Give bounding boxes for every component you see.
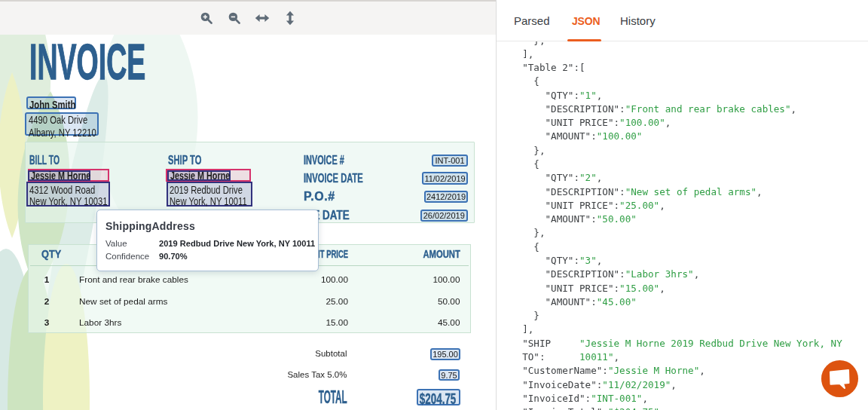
entity-box-shipping-address[interactable]: 2019 Redbud Drive New York, NY 10011 xyxy=(167,182,252,207)
json-token: "New set of pedal arms" xyxy=(625,186,756,197)
entity-box-total[interactable]: $204.75 xyxy=(417,389,460,405)
entity-box-invoice-date[interactable]: 11/02/2019 xyxy=(422,172,468,185)
table-header-qty: QTY xyxy=(41,249,61,259)
json-token: , xyxy=(659,406,665,410)
json-token: "DESCRIPTION": xyxy=(511,186,625,197)
tab-parsed[interactable]: Parsed xyxy=(514,14,550,27)
due-date-value: 26/02/2019 xyxy=(423,211,465,220)
json-token: "45.00" xyxy=(597,296,637,308)
json-token: "11/02/2019" xyxy=(602,379,671,390)
row-amount: 45.00 xyxy=(438,317,460,328)
entity-box-po-number[interactable]: 2412/2019 xyxy=(424,191,468,203)
meta-label-invoice-date: INVOICE DATE xyxy=(304,171,363,186)
invoice-title: INVOICE xyxy=(29,35,145,88)
json-token: , xyxy=(665,117,671,128)
entity-box-subtotal[interactable]: 195.00 xyxy=(430,348,460,360)
json-token: "1" xyxy=(579,90,597,101)
json-token: "QTY": xyxy=(511,255,579,266)
entity-box-billing-address[interactable]: 4312 Wood Road New York, NY 10031 xyxy=(26,182,110,207)
row-amount: 100.00 xyxy=(432,274,460,285)
tooltip-confidence-label: Confidence xyxy=(105,252,149,261)
json-token: "15.00" xyxy=(619,283,659,294)
row-description: New set of pedal arms xyxy=(79,296,167,307)
json-token: "QTY": xyxy=(511,172,579,183)
entity-box-customer-name[interactable]: John Smith xyxy=(26,96,76,109)
table-header-amount: AMOUNT xyxy=(423,249,460,259)
invoice-document: INVOICE John Smith 4490 Oak Drive Albany… xyxy=(0,35,496,410)
json-token: "AMOUNT": xyxy=(511,296,597,308)
entity-box-invoice-number[interactable]: INT-001 xyxy=(432,155,468,167)
json-token: , xyxy=(791,103,797,115)
tooltip-title: ShippingAddress xyxy=(105,220,195,232)
tab-history[interactable]: History xyxy=(620,14,656,27)
json-token: "Front and rear brake cables" xyxy=(625,103,791,115)
fit-height-button[interactable] xyxy=(283,11,298,26)
json-token: TO": xyxy=(511,351,579,363)
chat-widget-button[interactable] xyxy=(821,360,858,397)
table-row: 1 Front and rear brake cables 100.00 100… xyxy=(0,274,496,286)
entity-box-shipping-name[interactable]: Jessie M Horne xyxy=(167,170,231,181)
document-viewer-panel: INVOICE John Smith 4490 Oak Drive Albany… xyxy=(0,0,496,410)
fit-width-button[interactable] xyxy=(255,11,270,26)
entity-box-billing-name[interactable]: Jessie M Horne xyxy=(28,170,90,181)
json-token: "50.00" xyxy=(597,213,637,225)
json-token: { xyxy=(511,158,539,170)
json-token: { xyxy=(511,241,539,252)
zoom-out-icon xyxy=(227,11,242,26)
fit-height-icon xyxy=(283,11,298,26)
chat-bubble-icon xyxy=(821,360,858,397)
json-token: "$204.75" xyxy=(608,406,659,410)
zoom-in-button[interactable] xyxy=(199,11,214,26)
json-token: ], xyxy=(511,48,533,60)
row-unit-price: 25.00 xyxy=(326,296,348,307)
row-description: Labor 3hrs xyxy=(79,317,121,328)
bill-to-address-line2: New York, NY 10031 xyxy=(29,195,108,207)
json-token: "DESCRIPTION": xyxy=(511,103,625,115)
ship-to-label: SHIP TO xyxy=(168,153,201,168)
entity-box-sales-tax[interactable]: 9.75 xyxy=(439,369,460,381)
from-address-text: 4490 Oak Drive Albany, NY 12210 xyxy=(29,113,96,139)
json-token: "25.00" xyxy=(619,200,659,211)
tab-json[interactable]: JSON xyxy=(572,15,600,27)
po-number-value: 2412/2019 xyxy=(426,192,466,201)
bill-to-address-line1: 4312 Wood Road xyxy=(29,184,108,195)
json-token: "InvoiceTotal": xyxy=(511,406,608,410)
ship-to-address-line1: 2019 Redbud Drive xyxy=(170,184,247,195)
total-label: TOTAL xyxy=(318,388,347,406)
json-token: , xyxy=(659,283,665,294)
json-token: "UNIT PRICE": xyxy=(511,283,619,294)
json-token: "SHIP xyxy=(511,338,579,349)
entity-box-due-date[interactable]: 26/02/2019 xyxy=(420,210,469,222)
json-token: , xyxy=(694,268,700,280)
row-qty: 2 xyxy=(38,296,56,307)
json-token: } xyxy=(511,310,539,321)
row-unit-price: 15.00 xyxy=(326,317,348,328)
json-code[interactable]: }, ], "Table 2":[ { "QTY":"1", "DESCRIPT… xyxy=(511,34,842,410)
json-token: 10011" xyxy=(579,351,614,363)
zoom-in-icon xyxy=(199,11,214,26)
extraction-panel: }, ], "Table 2":[ { "QTY":"1", "DESCRIPT… xyxy=(497,0,868,410)
ship-to-address-text: 2019 Redbud Drive New York, NY 10011 xyxy=(170,184,247,207)
json-token: "UNIT PRICE": xyxy=(511,200,619,211)
active-tab-underline xyxy=(567,39,601,41)
zoom-out-button[interactable] xyxy=(227,11,242,26)
row-qty: 3 xyxy=(38,317,56,328)
json-token: , xyxy=(597,255,603,266)
json-token: , xyxy=(671,379,677,390)
json-token: , xyxy=(659,200,665,211)
row-amount: 50.00 xyxy=(438,296,460,307)
entity-box-customer-address[interactable]: 4490 Oak Drive Albany, NY 12210 xyxy=(25,112,99,136)
json-token: "INT-001" xyxy=(591,393,642,404)
json-token: "Jessie M Horne" xyxy=(608,365,699,376)
json-token: , xyxy=(642,393,648,404)
invoice-date-value: 11/02/2019 xyxy=(424,174,465,183)
ship-to-address-line2: New York, NY 10011 xyxy=(170,195,247,207)
json-token: , xyxy=(597,90,603,101)
json-token: "InvoiceId": xyxy=(511,393,591,404)
from-name: John Smith xyxy=(29,99,75,110)
invoice-number-value: INT-001 xyxy=(435,156,464,165)
json-token: }, xyxy=(511,227,546,238)
json-token: "UNIT PRICE": xyxy=(511,117,619,128)
json-token: , xyxy=(699,365,705,376)
subtotal-value: 195.00 xyxy=(432,350,458,359)
